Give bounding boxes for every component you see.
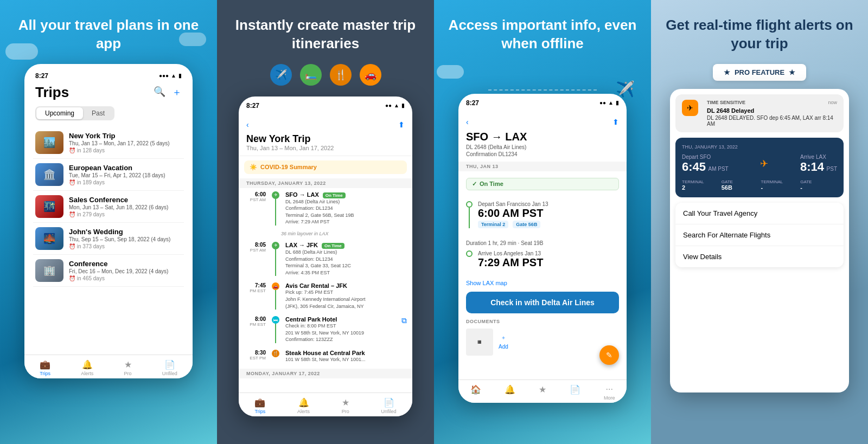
nav2-unfiled-label: Unfiled (381, 409, 397, 414)
timeline-item-flight2[interactable]: 8:05 PST AM ✈ LAX → JFK On Time DL 688 (… (244, 239, 407, 279)
timeline-dot-hotel: 🛏 (272, 316, 279, 324)
nav2-alerts[interactable]: 🔔 Alerts (297, 397, 310, 414)
timeline-item-restaurant[interactable]: 8:30 EST PM 🍴 Steak House at Central Par… (244, 346, 407, 366)
layover-label: 36 min layover in LAX (244, 229, 407, 239)
add-document-button[interactable]: ＋ Add (499, 334, 508, 350)
tl-route-hotel: Central Park Hotel (285, 316, 397, 323)
action-alternate-flights[interactable]: Search For Alternate Flights (675, 224, 844, 246)
arrive-item: Arrive Los Angeles Jan 13 7:29 AM PST (466, 250, 619, 269)
nav2-trips-icon: 💼 (254, 397, 265, 408)
nav2-pro[interactable]: ★ Pro (342, 397, 349, 414)
nav3-home[interactable]: 🏠 (470, 384, 481, 401)
nav2-trips[interactable]: 💼 Trips (254, 397, 265, 414)
list-item[interactable]: 🏛️ European Vacation Tue, Mar 15 – Fri, … (33, 159, 184, 191)
notif-app-icon: ✈ (682, 100, 698, 116)
battery-icon: ▮ (178, 73, 182, 79)
trip-info: John's Wedding Thu, Sep 15 – Sun, Sep 18… (69, 228, 182, 249)
nav3-more-label: More (604, 395, 615, 401)
on-time-badge: ✓ On Time (466, 178, 619, 190)
qr-code[interactable]: ▦ (466, 329, 493, 356)
timeline-item-hotel[interactable]: 8:00 PM EST 🛏 Central Park Hotel Check i… (244, 313, 407, 346)
timeline-time-rest: 8:30 EST PM (244, 350, 266, 363)
dep-gate-box: GATE 56B (722, 179, 758, 191)
nav-trips-label: Trips (40, 371, 50, 376)
cloud-decoration-right (179, 33, 206, 46)
nav3-alerts[interactable]: 🔔 (505, 384, 515, 401)
wifi-icon-2: ▲ (394, 102, 399, 108)
show-map-link[interactable]: Show LAX map (458, 280, 627, 286)
nav3-more[interactable]: ··· More (604, 384, 615, 401)
notif-content-row: ✈ TIME SENSITIVE now DL 2648 Delayed DL … (682, 100, 837, 127)
back-button[interactable]: ‹ (246, 120, 249, 129)
trip-days-until: ⏰ in 189 days (69, 179, 182, 185)
arrive-section-card: Arrive LAX 8:14 PST (800, 154, 837, 174)
dep-gate-val: 56B (722, 184, 758, 191)
depart-content: Depart San Francisco Jan 13 6:00 AM PST … (478, 201, 548, 228)
tab-past[interactable]: Past (83, 107, 113, 119)
trip-name: New York Trip (69, 132, 182, 140)
list-item[interactable]: 🌉 John's Wedding Thu, Sep 15 – Sun, Sep … (33, 223, 184, 255)
checkin-button[interactable]: Check in with Delta Air Lines (466, 292, 619, 313)
signal-icon-3: ●● (599, 100, 606, 106)
arr-terminal-box: TERMINAL - (761, 179, 798, 191)
edit-fab-button[interactable]: ✎ (599, 345, 619, 365)
trip-info: New York Trip Thu, Jan 13 – Mon, Jan 17,… (69, 132, 182, 153)
action-call-agency[interactable]: Call Your Travel Agency (675, 203, 844, 224)
nav2-unfiled[interactable]: 📄 Unfiled (381, 397, 397, 414)
add-label: Add (499, 344, 508, 350)
arrive-section: Arrive Los Angeles Jan 13 7:29 AM PST (458, 250, 627, 280)
arr-gate-box: GATE - (800, 179, 837, 191)
pro-star-right: ★ (789, 68, 795, 76)
list-item[interactable]: 🏢 Conference Fri, Dec 16 – Mon, Dec 19, … (33, 255, 184, 287)
dep-terminal-val: 2 (682, 184, 719, 191)
tl-route-2: LAX → JFK On Time (285, 242, 407, 249)
depart-dot-col (466, 201, 473, 228)
bottom-nav-3: 🏠 🔔 ★ 📄 ··· More (458, 379, 627, 403)
covid-label: COVID-19 Summary (260, 164, 317, 170)
nav-unfiled[interactable]: 📄 Unfiled (162, 359, 177, 376)
covid-banner[interactable]: ☀️ COVID-19 Summary (244, 160, 407, 174)
share-button[interactable]: ⬆ (398, 120, 405, 129)
nav-trips[interactable]: 💼 Trips (40, 359, 50, 376)
back-button-3[interactable]: ‹ (466, 118, 469, 126)
timeline-dot-col-rest: 🍴 (270, 350, 281, 363)
action-view-details[interactable]: View Details (675, 246, 844, 267)
add-trip-icon[interactable]: ＋ (172, 86, 182, 99)
nav3-home-icon: 🏠 (470, 384, 481, 395)
arr-gate-label: GATE (800, 179, 837, 184)
back-share-3: ‹ ⬆ (466, 118, 619, 126)
tl-detail-rest: 101 W 58th St, New York, NY 1001... (285, 356, 407, 363)
share-button-3[interactable]: ⬆ (612, 118, 619, 126)
trip-dates: Tue, Mar 15 – Fri, Apr 1, 2022 (18 days) (69, 172, 182, 178)
timeline-line-1 (275, 199, 276, 226)
nav-alerts[interactable]: 🔔 Alerts (81, 359, 93, 376)
nav-pro[interactable]: ★ Pro (124, 359, 132, 376)
time-display-3: 8:27 (466, 99, 479, 107)
timeline-line-hotel (275, 324, 276, 343)
dotted-line (488, 89, 597, 91)
depart-section: Depart SFO 6:45 AM PST (682, 154, 729, 174)
terminal-badge: Terminal 2 (478, 221, 508, 228)
hotel-copy-icon[interactable]: ⧉ (401, 316, 407, 343)
depart-airport: Depart SFO (682, 154, 729, 160)
trip-thumbnail: 🏛️ (35, 163, 63, 186)
nav3-unfiled[interactable]: 📄 (570, 384, 580, 401)
nav3-pro[interactable]: ★ (539, 384, 546, 401)
list-item[interactable]: 🌃 Sales Conference Mon, Jun 13 – Sat, Ju… (33, 191, 184, 223)
on-time-section: ✓ On Time (458, 171, 627, 197)
timeline-dot-col-car: 🚗 (270, 282, 281, 310)
phone-mockup-3: 8:27 ●● ▲ ▮ ‹ ⬆ SFO → LAX DL 2648 (Delta… (458, 94, 627, 403)
timeline-item-car[interactable]: 7:45 PM EST 🚗 Avis Car Rental – JFK Pick… (244, 279, 407, 313)
depart-label: Depart San Francisco Jan 13 (478, 201, 548, 207)
cloud-decoration-left (5, 43, 38, 60)
tab-upcoming[interactable]: Upcoming (36, 107, 83, 119)
wifi-icon-3: ▲ (608, 100, 614, 106)
flight-card-date: THU, JANUARY 13, 2022 (682, 144, 837, 150)
panel2: Instantly create master trip itineraries… (217, 0, 434, 444)
trips-actions[interactable]: 🔍 ＋ (154, 86, 182, 99)
timeline-item-flight1[interactable]: 6:00 PST AM ✈ SFO → LAX On Time DL 2648 … (244, 188, 407, 229)
search-icon[interactable]: 🔍 (154, 86, 165, 99)
flight-card: THU, JANUARY 13, 2022 Depart SFO 6:45 AM… (675, 138, 844, 197)
list-item[interactable]: 🏙️ New York Trip Thu, Jan 13 – Mon, Jan … (33, 127, 184, 159)
wifi-icon: ▲ (171, 73, 176, 79)
